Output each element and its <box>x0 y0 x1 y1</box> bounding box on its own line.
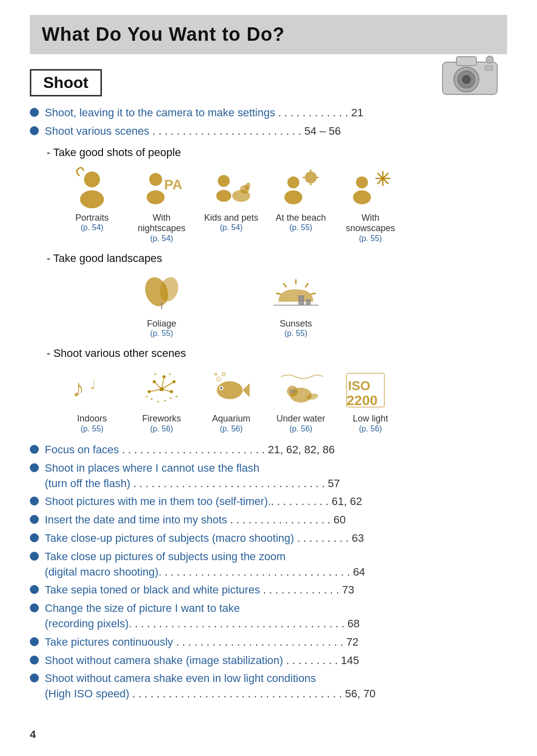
icon-box-portraits <box>65 166 119 211</box>
svg-rect-71 <box>289 389 295 393</box>
page-header: What Do You Want to Do? <box>30 15 507 54</box>
bullet-high-iso: Shoot without camera shake even in low l… <box>30 671 507 702</box>
svg-point-55 <box>157 401 159 403</box>
portraits-page: (p. 54) <box>81 223 103 232</box>
foliage-page: (p. 55) <box>150 329 173 338</box>
foliage-label: Foliage <box>147 319 176 330</box>
svg-text:♪: ♪ <box>72 374 85 402</box>
fireworks-page: (p. 56) <box>150 424 173 433</box>
lowlight-label: Low light <box>353 414 388 424</box>
svg-line-49 <box>154 382 162 389</box>
bullet-text-2: Shoot various scenes . . . . . . . . . .… <box>45 124 341 139</box>
svg-point-60 <box>154 373 156 375</box>
bullet-dot-dt <box>30 515 39 524</box>
svg-line-51 <box>162 382 174 389</box>
svg-point-67 <box>222 373 225 376</box>
bullet-text-hi: Shoot without camera shake even in low l… <box>45 671 375 702</box>
bullet-dot-st <box>30 497 39 505</box>
icon-grid-landscapes: Foliage (p. 55) <box>129 272 507 338</box>
svg-point-13 <box>216 190 231 202</box>
bullet-dot-px <box>30 603 39 612</box>
kids-page: (p. 54) <box>220 223 243 232</box>
bullet-item-2: Shoot various scenes . . . . . . . . . .… <box>30 124 507 139</box>
bullet-dot-hi <box>30 673 39 682</box>
snow-page: (p. 55) <box>359 234 382 243</box>
indoors-page: (p. 55) <box>81 424 103 433</box>
svg-text:PA: PA <box>164 177 182 192</box>
icon-indoors: ♪ ♩ Indoors (p. 55) <box>60 367 124 433</box>
bullet-focus-faces: Focus on faces . . . . . . . . . . . . .… <box>30 442 507 458</box>
bullet-self-timer: Shoot pictures with me in them too (self… <box>30 494 507 509</box>
bullet-dot-dm <box>30 552 39 561</box>
bullet-dot-2 <box>30 126 39 135</box>
svg-line-36 <box>305 283 308 287</box>
snow-label: With snowscapes <box>338 213 403 234</box>
svg-point-56 <box>164 400 166 402</box>
icon-box-aquarium <box>204 367 259 412</box>
svg-point-65 <box>220 387 222 389</box>
svg-rect-1 <box>456 57 476 66</box>
svg-line-35 <box>276 293 281 294</box>
bullet-date-time: Insert the date and time into my shots .… <box>30 512 507 528</box>
bullet-dot-1 <box>30 108 39 117</box>
icon-foliage: Foliage (p. 55) <box>129 272 194 338</box>
beach-page: (p. 55) <box>289 223 312 232</box>
bullet-dot-ff <box>30 445 39 454</box>
kids-label: Kids and pets <box>204 213 258 224</box>
icon-box-underwater <box>273 367 328 412</box>
icon-grid-other: ♪ ♩ Indoors (p. 55) <box>60 367 507 433</box>
bullet-text-dm: Take close up pictures of subjects using… <box>45 549 365 580</box>
icon-grid-people: Portraits (p. 54) PA With nightscapes (p… <box>60 166 507 243</box>
svg-point-29 <box>353 190 371 204</box>
icon-box-nightscapes: PA <box>134 166 189 211</box>
svg-line-50 <box>162 377 164 389</box>
icon-underwater: Under water (p. 56) <box>268 367 333 433</box>
svg-point-57 <box>170 397 172 399</box>
icon-aquarium: Aquarium (p. 56) <box>199 367 264 433</box>
bullet-text-is: Shoot without camera shake (image stabil… <box>45 653 359 669</box>
svg-rect-39 <box>306 299 311 305</box>
bullet-dot-ct <box>30 637 39 646</box>
portraits-label: Portraits <box>75 213 108 224</box>
svg-point-68 <box>215 373 217 375</box>
bullet-text-1: Shoot, leaving it to the camera to make … <box>45 105 363 121</box>
beach-label: At the beach <box>275 213 326 224</box>
bullet-sepia: Take sepia toned or black and white pict… <box>30 583 507 598</box>
bullet-macro: Take close-up pictures of subjects (macr… <box>30 531 507 546</box>
svg-line-52 <box>149 389 162 392</box>
svg-point-58 <box>146 396 148 398</box>
bullet-continuous: Take pictures continuously . . . . . . .… <box>30 635 507 650</box>
page-title: What Do You Want to Do? <box>42 24 495 45</box>
bullet-dot-nf <box>30 463 39 472</box>
shoot-badge: Shoot <box>30 69 102 96</box>
icon-box-fireworks <box>134 367 189 412</box>
indoors-label: Indoors <box>77 414 107 424</box>
underwater-page: (p. 56) <box>289 424 312 433</box>
svg-text:2200: 2200 <box>347 393 377 408</box>
icon-box-snow <box>343 166 398 211</box>
svg-point-6 <box>486 56 493 63</box>
svg-point-22 <box>287 176 299 188</box>
bullet-pixels: Change the size of picture I want to tak… <box>30 601 507 632</box>
svg-point-62 <box>217 381 243 399</box>
svg-point-12 <box>218 175 230 187</box>
icon-box-kids <box>204 166 259 211</box>
svg-line-37 <box>311 293 316 294</box>
bullet-stabilization: Shoot without camera shake (image stabil… <box>30 653 507 669</box>
svg-text:ISO: ISO <box>348 378 370 393</box>
icon-lowlight: ISO 2200 Low light (p. 56) <box>338 367 403 433</box>
svg-point-17 <box>305 171 317 183</box>
svg-point-23 <box>284 190 302 204</box>
icon-snow: With snowscapes (p. 55) <box>338 166 403 243</box>
svg-point-59 <box>176 396 178 398</box>
svg-point-4 <box>462 75 471 84</box>
svg-point-10 <box>147 190 165 204</box>
nightscapes-page: (p. 54) <box>150 234 173 243</box>
svg-line-34 <box>283 283 286 287</box>
lowlight-page: (p. 56) <box>359 424 382 433</box>
sub-header-landscapes: - Take good landscapes <box>47 252 507 265</box>
svg-point-61 <box>169 373 171 375</box>
bullet-text-ff: Focus on faces . . . . . . . . . . . . .… <box>45 442 335 458</box>
bullet-dot-sp <box>30 585 39 594</box>
nightscapes-label: With nightscapes <box>129 213 194 234</box>
